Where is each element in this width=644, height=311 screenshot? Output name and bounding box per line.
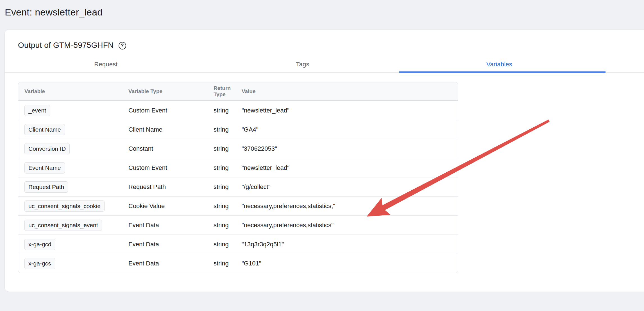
variable-type-cell: Custom Event (128, 107, 214, 114)
variable-chip[interactable]: Event Name (24, 162, 65, 173)
variable-chip[interactable]: x-ga-gcs (24, 258, 55, 269)
variable-chip[interactable]: _event (24, 105, 50, 116)
return-type-cell: string (214, 222, 242, 229)
variable-type-cell: Request Path (128, 183, 214, 191)
variable-chip[interactable]: uc_consent_signals_event (24, 220, 102, 231)
value-cell: "newsletter_lead" (242, 164, 452, 172)
col-header-value: Value (242, 88, 452, 94)
variable-type-cell: Client Name (128, 126, 214, 133)
table-row: _event Custom Event string "newsletter_l… (18, 101, 458, 120)
variable-type-cell: Custom Event (128, 164, 214, 172)
tab-variables[interactable]: Variables (401, 57, 598, 72)
panel-title: Output of GTM-5975GHFN (18, 41, 114, 50)
value-cell: "G101" (242, 260, 452, 267)
return-type-cell: string (214, 107, 242, 114)
variable-chip[interactable]: Request Path (24, 181, 68, 193)
value-cell: "370622053" (242, 145, 452, 152)
variable-chip[interactable]: uc_consent_signals_cookie (24, 200, 105, 212)
help-icon[interactable]: ? (119, 42, 126, 49)
value-cell: "necessary,preferences,statistics," (242, 202, 452, 210)
table-row: Client Name Client Name string "GA4" (18, 120, 458, 139)
variable-type-cell: Event Data (128, 260, 214, 267)
return-type-cell: string (214, 183, 242, 191)
col-header-variable: Variable (24, 88, 128, 94)
tab-request[interactable]: Request (8, 57, 204, 72)
table-row: uc_consent_signals_event Event Data stri… (18, 215, 458, 235)
table-row: uc_consent_signals_cookie Cookie Value s… (18, 196, 458, 215)
variable-chip[interactable]: x-ga-gcd (24, 239, 55, 250)
variables-table: Variable Variable Type Return Type Value… (18, 82, 458, 273)
value-cell: "newsletter_lead" (242, 107, 452, 114)
return-type-cell: string (214, 126, 242, 133)
tab-tags[interactable]: Tags (204, 57, 401, 72)
table-row: Event Name Custom Event string "newslett… (18, 158, 458, 177)
variable-type-cell: Constant (128, 145, 214, 152)
variable-type-cell: Event Data (128, 222, 214, 229)
variable-type-cell: Cookie Value (128, 202, 214, 210)
tab-bar: Request Tags Variables (5, 57, 644, 73)
table-header-row: Variable Variable Type Return Type Value (18, 82, 458, 101)
table-row: Conversion ID Constant string "370622053… (18, 139, 458, 158)
col-header-variable-type: Variable Type (128, 88, 214, 94)
variable-chip[interactable]: Conversion ID (24, 143, 70, 154)
panel-header: Output of GTM-5975GHFN ? (5, 30, 644, 50)
variable-chip[interactable]: Client Name (24, 124, 65, 135)
return-type-cell: string (214, 164, 242, 172)
output-panel: Output of GTM-5975GHFN ? Request Tags Va… (4, 29, 644, 292)
value-cell: "/g/collect" (242, 183, 452, 191)
return-type-cell: string (214, 145, 242, 152)
table-row: x-ga-gcs Event Data string "G101" (18, 254, 458, 273)
page-title: Event: newsletter_lead (5, 7, 103, 18)
value-cell: "necessary,preferences,statistics" (242, 222, 452, 229)
table-row: Request Path Request Path string "/g/col… (18, 177, 458, 196)
return-type-cell: string (214, 241, 242, 248)
table-row: x-ga-gcd Event Data string "13q3r3q2q5l1… (18, 235, 458, 254)
value-cell: "13q3r3q2q5l1" (242, 241, 452, 248)
return-type-cell: string (214, 260, 242, 267)
variable-type-cell: Event Data (128, 241, 214, 248)
value-cell: "GA4" (242, 126, 452, 133)
return-type-cell: string (214, 202, 242, 210)
col-header-return-type: Return Type (214, 85, 242, 98)
